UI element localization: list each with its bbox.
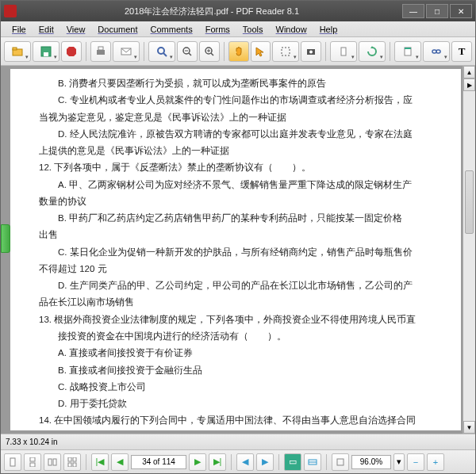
- menu-file[interactable]: File: [6, 23, 33, 36]
- save-button[interactable]: [33, 41, 60, 62]
- svg-point-19: [309, 50, 313, 53]
- svg-rect-3: [44, 52, 48, 56]
- zoom-input[interactable]: [351, 455, 391, 469]
- single-page-button[interactable]: [4, 453, 21, 471]
- zoom-in-nav-button[interactable]: +: [427, 453, 444, 471]
- svg-rect-24: [436, 50, 440, 53]
- svg-rect-28: [48, 459, 52, 465]
- search-button[interactable]: [148, 41, 175, 62]
- svg-rect-32: [68, 463, 71, 467]
- page-content[interactable]: B. 消费者只要因垄断行为受损，就可以成为垄断民事案件的原告 C. 专业机构或者…: [10, 69, 461, 430]
- svg-rect-29: [53, 459, 56, 465]
- fit-width-button[interactable]: [330, 41, 357, 62]
- stop-button[interactable]: [61, 41, 82, 62]
- svg-rect-20: [341, 48, 346, 55]
- scroll-track[interactable]: [463, 91, 475, 421]
- svg-marker-4: [67, 47, 76, 56]
- menu-forms[interactable]: Forms: [199, 23, 236, 36]
- vertical-scrollbar[interactable]: ▲ ▶ ▼: [463, 66, 475, 434]
- minimize-button[interactable]: —: [402, 4, 424, 18]
- statusbar: 7.33 x 10.24 in: [1, 434, 475, 449]
- scroll-thumb[interactable]: [465, 170, 474, 234]
- menu-view[interactable]: View: [60, 23, 92, 36]
- svg-rect-27: [30, 463, 35, 467]
- document-area: B. 消费者只要因垄断行为受损，就可以成为垄断民事案件的原告 C. 专业机构或者…: [1, 66, 475, 434]
- link-button[interactable]: [423, 41, 450, 62]
- menu-edit[interactable]: Edit: [33, 23, 60, 36]
- page-number-input[interactable]: [131, 455, 186, 469]
- svg-rect-6: [98, 47, 103, 50]
- svg-rect-5: [97, 50, 105, 55]
- menu-document[interactable]: Document: [91, 23, 144, 36]
- last-page-button[interactable]: ▶|: [209, 453, 226, 471]
- selection-tool-button[interactable]: [272, 41, 299, 62]
- zoom-in-button[interactable]: [199, 41, 220, 62]
- hand-tool-button[interactable]: [228, 41, 249, 62]
- zoom-out-button[interactable]: [177, 41, 198, 62]
- svg-rect-31: [73, 457, 76, 461]
- svg-rect-36: [337, 459, 344, 465]
- app-icon: [4, 5, 17, 17]
- actual-size-button[interactable]: [332, 453, 349, 471]
- svg-line-9: [163, 53, 167, 56]
- svg-line-16: [211, 53, 213, 55]
- bookmark-button[interactable]: [394, 41, 421, 62]
- maximize-button[interactable]: □: [426, 4, 448, 18]
- open-button[interactable]: [4, 41, 31, 62]
- nav-forward-button[interactable]: ▶: [256, 453, 274, 471]
- fit-width-nav-button[interactable]: [304, 453, 321, 471]
- close-button[interactable]: ✕: [450, 4, 472, 18]
- svg-rect-30: [68, 457, 71, 461]
- menu-help[interactable]: Help: [313, 23, 344, 36]
- navbar: |◀ ◀ ▶ ▶| ◀ ▶ ▭ ▾ − +: [1, 449, 475, 473]
- fit-page-button[interactable]: ▭: [284, 453, 301, 471]
- menubar: File Edit View Document Comments Forms T…: [1, 21, 475, 37]
- svg-line-12: [189, 53, 191, 55]
- print-button[interactable]: [90, 41, 111, 62]
- svg-rect-25: [10, 458, 15, 466]
- nav-back-button[interactable]: ◀: [236, 453, 254, 471]
- svg-rect-26: [30, 457, 35, 461]
- svg-rect-22: [405, 48, 411, 49]
- side-panel-tab[interactable]: [1, 224, 10, 253]
- select-tool-button[interactable]: [251, 41, 271, 62]
- snapshot-button[interactable]: [301, 41, 321, 62]
- text-tool-button[interactable]: T: [451, 41, 472, 62]
- scroll-down-button[interactable]: ▼: [463, 421, 475, 434]
- first-page-button[interactable]: |◀: [91, 453, 109, 471]
- email-button[interactable]: [113, 41, 140, 62]
- window-title: 2018年注会经济法轻四.pdf - PDF Reader 8.1: [21, 6, 402, 17]
- zoom-out-nav-button[interactable]: −: [407, 453, 424, 471]
- rotate-button[interactable]: [359, 41, 386, 62]
- scroll-up-button[interactable]: ▲: [463, 66, 475, 78]
- svg-rect-1: [13, 48, 17, 50]
- titlebar: 2018年注会经济法轻四.pdf - PDF Reader 8.1 — □ ✕: [1, 1, 475, 21]
- facing-button[interactable]: [44, 453, 61, 471]
- toolbar: T: [1, 37, 475, 66]
- page-dimensions: 7.33 x 10.24 in: [6, 438, 58, 446]
- menu-tools[interactable]: Tools: [236, 23, 270, 36]
- svg-rect-33: [73, 463, 76, 467]
- continuous-button[interactable]: [24, 453, 41, 471]
- facing-continuous-button[interactable]: [63, 453, 81, 471]
- svg-point-8: [158, 48, 164, 54]
- prev-page-button[interactable]: ◀: [111, 453, 129, 471]
- zoom-dropdown-button[interactable]: ▾: [393, 453, 405, 471]
- menu-comments[interactable]: Comments: [144, 23, 199, 36]
- menu-window[interactable]: Window: [270, 23, 313, 36]
- svg-rect-17: [282, 48, 290, 55]
- scroll-right-indicator[interactable]: ▶: [463, 78, 475, 91]
- next-page-button[interactable]: ▶: [189, 453, 206, 471]
